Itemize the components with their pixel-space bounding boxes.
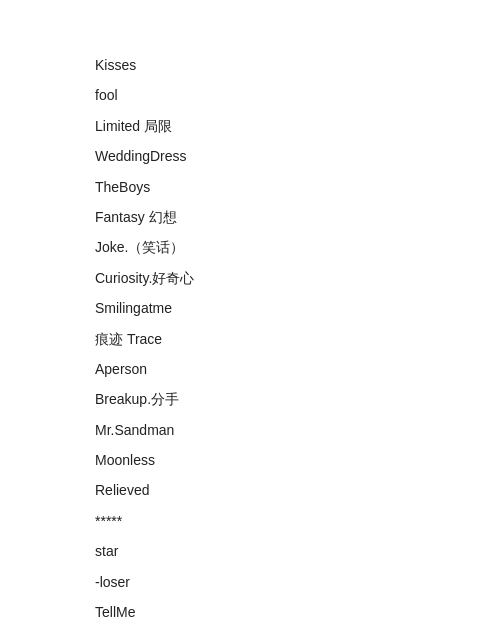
- list-item[interactable]: Curiosity.好奇心: [95, 263, 500, 293]
- list-item[interactable]: Kisses: [95, 50, 500, 80]
- list-item[interactable]: Moonless: [95, 445, 500, 475]
- list-item[interactable]: *****: [95, 506, 500, 536]
- list-item[interactable]: TellMe: [95, 597, 500, 627]
- list-item[interactable]: Smilingatme: [95, 293, 500, 323]
- list-item[interactable]: Mr.Sandman: [95, 415, 500, 445]
- list-item[interactable]: star: [95, 536, 500, 566]
- list-item[interactable]: Fantasy 幻想: [95, 202, 500, 232]
- list-item[interactable]: 痕迹 Trace: [95, 324, 500, 354]
- list-item[interactable]: TheBoys: [95, 172, 500, 202]
- list-item[interactable]: fool: [95, 80, 500, 110]
- list-item[interactable]: Relieved: [95, 475, 500, 505]
- list-item[interactable]: Limited 局限: [95, 111, 500, 141]
- list-item[interactable]: WeddingDress: [95, 141, 500, 171]
- song-list: KissesfoolLimited 局限WeddingDressTheBoysF…: [0, 0, 500, 636]
- list-item[interactable]: Breakup.分手: [95, 384, 500, 414]
- list-item[interactable]: -loser: [95, 567, 500, 597]
- list-item[interactable]: Aperson: [95, 354, 500, 384]
- list-item[interactable]: Joke.（笑话）: [95, 232, 500, 262]
- list-item[interactable]: Prisoner°: [95, 627, 500, 636]
